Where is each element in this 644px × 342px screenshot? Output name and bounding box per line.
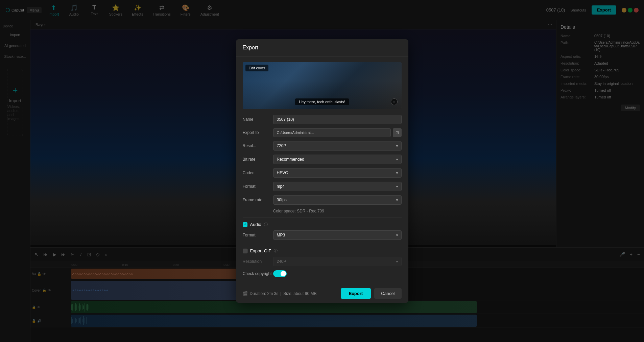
preview-image: Edit cover Hey there, tech enthusiasts! …: [243, 62, 402, 109]
audio-format-label: Format: [243, 233, 273, 237]
path-row: ⊡: [273, 128, 402, 137]
audio-format-select[interactable]: MP3 AAC WAV: [273, 230, 402, 240]
name-label: Name: [243, 117, 273, 122]
bitrate-select[interactable]: Recommended Low High: [273, 155, 402, 164]
framerate-select[interactable]: 30fps 24fps 60fps: [273, 195, 402, 205]
gif-section-title: Export GIF: [250, 248, 271, 253]
gif-info-icon[interactable]: ⓘ: [274, 248, 278, 253]
divider-2: [243, 244, 402, 244]
form-row-resolution: Resol... 720P 1080P 4K ▼: [243, 141, 402, 151]
separator: |: [280, 291, 281, 296]
gif-resolution-select[interactable]: 240P: [273, 257, 402, 266]
format-label: Format: [243, 184, 273, 189]
path-input[interactable]: [273, 128, 391, 137]
divider-1: [243, 218, 402, 218]
gif-resolution-label: Resolution: [243, 259, 273, 264]
audio-format-select-wrapper: MP3 AAC WAV ▼: [273, 230, 402, 240]
preview-nav-dot: •: [391, 98, 398, 105]
copyright-toggle[interactable]: [273, 270, 287, 277]
gif-section-header: Export GIF ⓘ: [243, 248, 402, 253]
audio-section-title: Audio: [250, 222, 261, 227]
preview-section: Edit cover Hey there, tech enthusiasts! …: [243, 62, 402, 109]
name-input[interactable]: [273, 115, 402, 124]
resolution-select[interactable]: 720P 1080P 4K: [273, 141, 402, 151]
audio-section-header: ✓ Audio ⓘ: [243, 222, 402, 227]
codec-select[interactable]: HEVC H.264: [273, 168, 402, 178]
bitrate-label: Bit rate: [243, 157, 273, 162]
bitrate-select-wrapper: Recommended Low High ▼: [273, 155, 402, 164]
export-dialog: Export Edit cover Hey there, tech enthus…: [236, 39, 408, 303]
codec-select-wrapper: HEVC H.264 ▼: [273, 168, 402, 178]
gif-section: Export GIF ⓘ Resolution 240P ▼: [243, 248, 402, 266]
form-row-name: Name: [243, 115, 402, 124]
codec-label: Codec: [243, 170, 273, 175]
footer-actions: Export Cancel: [341, 288, 402, 299]
copyright-row: Check copyright: [243, 270, 402, 277]
video-icon: 🎬: [243, 291, 248, 296]
resolution-select-wrapper: 720P 1080P 4K ▼: [273, 141, 402, 151]
form-row-format: Format mp4 mov avi ▼: [243, 182, 402, 191]
audio-info-icon[interactable]: ⓘ: [264, 222, 268, 227]
edit-cover-button[interactable]: Edit cover: [245, 65, 269, 71]
dialog-title: Export: [236, 39, 408, 56]
gif-checkbox[interactable]: [243, 249, 247, 253]
preview-subtitle: Hey there, tech enthusiasts!: [295, 98, 349, 105]
cancel-button[interactable]: Cancel: [374, 288, 401, 299]
modal-backdrop[interactable]: Export Edit cover Hey there, tech enthus…: [0, 0, 644, 342]
audio-section: ✓ Audio ⓘ Format MP3 AAC WAV ▼: [243, 222, 402, 240]
color-space-info: Color space: SDR - Rec.709: [273, 209, 402, 213]
form-row-export-to: Export to ⊡: [243, 128, 402, 137]
gif-resolution-row: Resolution 240P ▼: [243, 257, 402, 266]
dialog-footer: 🎬 Duration: 2m 3s | Size: about 90 MB Ex…: [236, 284, 408, 303]
size-label: Size: about 90 MB: [283, 291, 316, 296]
export-to-label: Export to: [243, 130, 273, 135]
form-row-codec: Codec HEVC H.264 ▼: [243, 168, 402, 178]
framerate-select-wrapper: 30fps 24fps 60fps ▼: [273, 195, 402, 205]
resolution-label: Resol...: [243, 143, 273, 148]
gif-resolution-wrapper: 240P ▼: [273, 257, 402, 266]
format-select-wrapper: mp4 mov avi ▼: [273, 182, 402, 191]
path-browse-button[interactable]: ⊡: [393, 128, 402, 137]
framerate-label: Frame rate: [243, 198, 273, 202]
duration-label: Duration: 2m 3s: [250, 291, 279, 296]
dialog-body: Edit cover Hey there, tech enthusiasts! …: [236, 56, 408, 284]
copyright-label: Check copyright: [243, 271, 273, 276]
footer-info: 🎬 Duration: 2m 3s | Size: about 90 MB: [243, 291, 317, 296]
export-confirm-button[interactable]: Export: [341, 288, 371, 299]
audio-format-row: Format MP3 AAC WAV ▼: [243, 230, 402, 240]
form-row-bitrate: Bit rate Recommended Low High ▼: [243, 155, 402, 164]
form-row-framerate: Frame rate 30fps 24fps 60fps ▼: [243, 195, 402, 205]
audio-checkbox[interactable]: ✓: [243, 222, 247, 227]
format-select[interactable]: mp4 mov avi: [273, 182, 402, 191]
